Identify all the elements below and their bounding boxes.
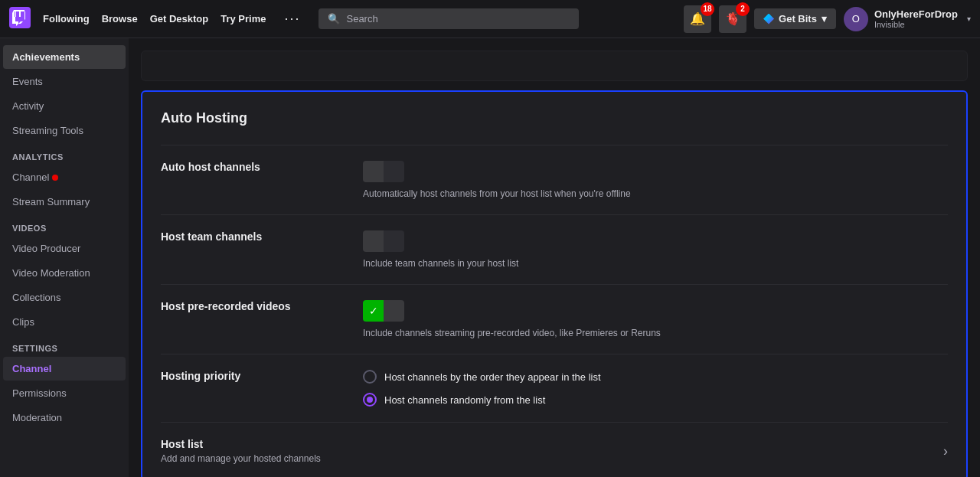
host-prerecorded-control: ✓ Include channels streaming pre-recorde… (363, 300, 948, 338)
sidebar-item-label: Stream Summary (12, 196, 90, 207)
host-list-desc: Add and manage your hosted channels (161, 453, 321, 464)
top-partial-section (141, 51, 968, 81)
radio-inner-dot (367, 397, 373, 403)
sidebar-item-channel-analytics[interactable]: Channel (3, 165, 126, 189)
sidebar-item-label: Video Moderation (12, 267, 90, 279)
username: OnlyHereForDrop (874, 8, 958, 20)
host-list-row[interactable]: Host list Add and manage your hosted cha… (161, 422, 948, 477)
sidebar-item-label: Video Producer (12, 243, 80, 254)
sidebar-item-moderation[interactable]: Moderation (3, 406, 126, 430)
host-team-channels-desc: Include team channels in your host list (363, 258, 948, 269)
sidebar-item-label: Channel (12, 363, 51, 374)
auto-hosting-card: Auto Hosting Auto host channels Automati… (141, 90, 968, 477)
radio-circle-order (363, 370, 377, 384)
sidebar-item-channel-settings[interactable]: Channel (3, 357, 126, 381)
main-content: Auto Hosting Auto host channels Automati… (129, 38, 980, 477)
host-team-channels-control: Include team channels in your host list (363, 230, 948, 269)
auto-host-channels-row: Auto host channels Automatically host ch… (161, 145, 948, 214)
nav-try-prime[interactable]: Try Prime (220, 13, 266, 25)
search-input[interactable] (346, 13, 570, 25)
notifications-heart-button[interactable]: 🫀 2 (719, 5, 746, 33)
notification-badge-1: 18 (701, 2, 714, 16)
sidebar-item-label: Moderation (12, 412, 62, 423)
toggle-right-side (384, 230, 404, 252)
topnav-right-section: 🔔 18 🫀 2 Get Bits ▾ O OnlyHereForDrop In… (684, 5, 971, 33)
get-bits-button[interactable]: Get Bits ▾ (754, 8, 836, 29)
red-dot-indicator (52, 175, 58, 181)
nav-following[interactable]: Following (43, 13, 90, 25)
host-list-chevron-icon: › (943, 443, 948, 459)
settings-section-label: Settings (0, 335, 129, 356)
auto-host-channels-label: Auto host channels (161, 161, 345, 173)
bits-diamond-icon (763, 14, 774, 25)
host-team-channels-toggle[interactable] (363, 230, 404, 252)
hosting-priority-control: Host channels by the order they appear i… (363, 370, 948, 407)
sidebar-item-label: Activity (12, 100, 44, 112)
sidebar-item-label: Channel (12, 172, 49, 183)
host-team-channels-label: Host team channels (161, 230, 345, 243)
host-list-info: Host list Add and manage your hosted cha… (161, 438, 321, 464)
bits-chevron-icon: ▾ (822, 13, 827, 25)
radio-option-random[interactable]: Host channels randomly from the list (363, 393, 948, 407)
top-navigation: Following Browse Get Desktop Try Prime ·… (0, 0, 980, 38)
radio-group: Host channels by the order they appear i… (363, 370, 948, 407)
sidebar-item-label: Achievements (12, 51, 80, 63)
host-prerecorded-label: Host pre-recorded videos (161, 300, 345, 312)
toggle-left-side (363, 230, 384, 252)
more-options-button[interactable]: ··· (278, 8, 306, 30)
sidebar-item-label: Streaming Tools (12, 125, 83, 136)
auto-host-channels-desc: Automatically host channels from your ho… (363, 188, 948, 199)
nav-get-desktop[interactable]: Get Desktop (150, 13, 209, 25)
host-prerecorded-row: Host pre-recorded videos ✓ Include chann… (161, 284, 948, 354)
radio-order-label: Host channels by the order they appear i… (384, 371, 601, 383)
user-menu[interactable]: O OnlyHereForDrop Invisible ▾ (844, 7, 971, 31)
search-bar[interactable]: 🔍 (318, 8, 579, 29)
nav-browse[interactable]: Browse (102, 13, 138, 25)
toggle-on-right-side (384, 300, 404, 322)
user-status: Invisible (874, 20, 958, 29)
hosting-priority-label: Hosting priority (161, 370, 345, 382)
sidebar-item-stream-summary[interactable]: Stream Summary (3, 190, 126, 214)
host-prerecorded-desc: Include channels streaming pre-recorded … (363, 328, 948, 338)
host-team-channels-row: Host team channels Include team channels… (161, 214, 948, 284)
twitch-logo[interactable] (9, 7, 31, 31)
sidebar-item-video-moderation[interactable]: Video Moderation (3, 261, 126, 285)
sidebar-item-streaming-tools[interactable]: Streaming Tools (3, 119, 126, 142)
radio-option-order[interactable]: Host channels by the order they appear i… (363, 370, 948, 384)
notifications-bell-button[interactable]: 🔔 18 (684, 5, 711, 33)
analytics-section-label: Analytics (0, 143, 129, 165)
sidebar-item-label: Clips (12, 316, 34, 328)
checkmark-icon: ✓ (369, 305, 378, 317)
sidebar-item-permissions[interactable]: Permissions (3, 381, 126, 405)
bits-label: Get Bits (779, 13, 817, 25)
sidebar-item-label: Events (12, 76, 43, 87)
radio-random-label: Host channels randomly from the list (384, 394, 545, 406)
toggle-on-left-side: ✓ (363, 300, 384, 322)
avatar: O (844, 7, 868, 31)
sidebar-item-collections[interactable]: Collections (3, 286, 126, 309)
notification-badge-2: 2 (736, 2, 750, 16)
auto-host-channels-control: Automatically host channels from your ho… (363, 161, 948, 199)
user-menu-chevron-icon: ▾ (967, 15, 971, 23)
toggle-right-side (384, 161, 404, 182)
sidebar-item-video-producer[interactable]: Video Producer (3, 237, 126, 260)
sidebar-item-events[interactable]: Events (3, 70, 126, 93)
host-list-title: Host list (161, 438, 321, 450)
page-layout: Achievements Events Activity Streaming T… (0, 38, 980, 477)
host-prerecorded-toggle[interactable]: ✓ (363, 300, 404, 322)
radio-circle-random (363, 393, 377, 407)
toggle-left-side (363, 161, 384, 182)
auto-hosting-title: Auto Hosting (161, 110, 948, 126)
hosting-priority-row: Hosting priority Host channels by the or… (161, 354, 948, 422)
sidebar-item-label: Collections (12, 292, 61, 303)
auto-host-channels-toggle[interactable] (363, 161, 404, 182)
search-icon: 🔍 (328, 13, 340, 25)
sidebar-item-label: Permissions (12, 387, 67, 399)
videos-section-label: Videos (0, 214, 129, 236)
sidebar-item-clips[interactable]: Clips (3, 310, 126, 334)
sidebar-item-achievements[interactable]: Achievements (3, 45, 126, 69)
sidebar: Achievements Events Activity Streaming T… (0, 38, 129, 477)
sidebar-item-activity[interactable]: Activity (3, 94, 126, 118)
